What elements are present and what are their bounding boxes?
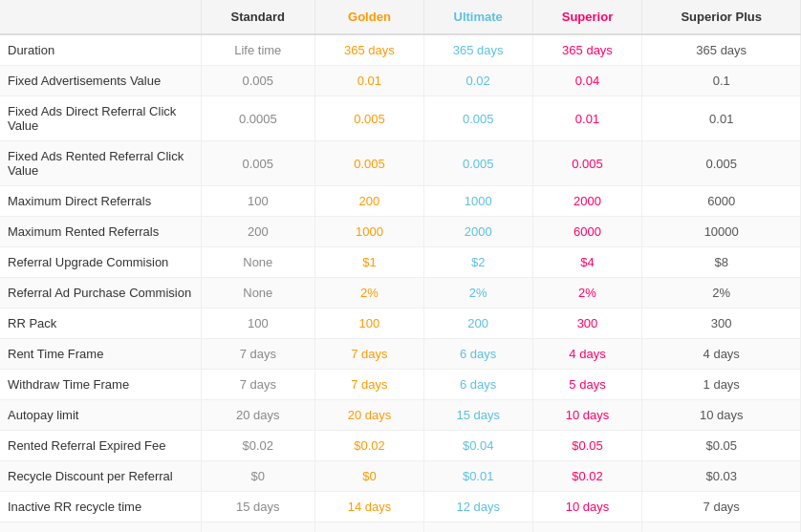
table-row: Maximum Rented Referrals2001000200060001… [0,217,801,247]
cell-ultimate: 8 [423,522,532,533]
feature-label: Guaranteed Fixed Ads Daily [0,522,201,533]
feature-label: Inactive RR recycle time [0,492,201,522]
cell-superior: $4 [532,247,642,278]
cell-ultimate: 0.005 [423,96,532,141]
cell-superior: 10 days [532,400,642,431]
table-row: Referral Ad Purchase CommisionNone2%2%2%… [0,278,801,309]
feature-label: RR Pack [0,309,201,339]
cell-standard: 7 days [201,339,315,370]
cell-golden: 14 days [315,492,424,522]
cell-golden: $0 [315,461,424,492]
cell-standard: $0.02 [201,431,315,461]
cell-standard: 100 [201,186,315,217]
feature-label: Fixed Advertisements Value [0,66,201,96]
cell-superior: 8 [532,522,642,533]
cell-superior: 300 [532,309,642,339]
cell-superiorplus: 300 [642,309,801,339]
feature-label: Autopay limit [0,400,201,431]
cell-superiorplus: $8 [642,247,801,278]
comparison-table: Standard Golden Ultimate Superior Superi… [0,0,801,532]
table-row: Inactive RR recycle time15 days14 days12… [0,492,801,522]
cell-superior: 2000 [532,186,642,217]
table-row: Maximum Direct Referrals1002001000200060… [0,186,801,217]
col-standard: Standard [201,0,315,34]
cell-ultimate: 15 days [423,400,532,431]
table-row: Referral Upgrade CommisionNone$1$2$4$8 [0,247,801,278]
cell-superiorplus: 7 days [642,492,801,522]
table-row: RR Pack100100200300300 [0,309,801,339]
cell-golden: $0.02 [315,431,424,461]
cell-superior: $0.05 [532,431,642,461]
cell-superior: $0.02 [532,461,642,492]
feature-label: Maximum Rented Referrals [0,217,201,247]
cell-standard: $0 [201,461,315,492]
cell-ultimate: 2% [423,278,532,309]
cell-ultimate: 365 days [423,34,532,66]
cell-ultimate: 6 days [423,339,532,370]
cell-golden: 0.005 [315,141,424,186]
cell-golden: 200 [315,186,424,217]
col-superiorplus: Superior Plus [642,0,801,34]
cell-standard: 4 [201,522,315,533]
feature-label: Fixed Ads Rented Referral Click Value [0,141,201,186]
cell-superiorplus: 6000 [642,186,801,217]
col-golden: Golden [315,0,424,34]
cell-superiorplus: 0.01 [642,96,801,141]
cell-superiorplus: 1 days [642,370,801,400]
cell-standard: 20 days [201,400,315,431]
feature-label: Recycle Discount per Referral [0,461,201,492]
feature-label: Rent Time Frame [0,339,201,370]
col-feature [0,0,201,34]
table-row: DurationLife time365 days365 days365 day… [0,34,801,66]
table-row: Recycle Discount per Referral$0$0$0.01$0… [0,461,801,492]
feature-label: Maximum Direct Referrals [0,186,201,217]
cell-golden: 0.01 [315,66,424,96]
cell-standard: 7 days [201,370,315,400]
cell-superior: 4 days [532,339,642,370]
table-row: Rent Time Frame7 days7 days6 days4 days4… [0,339,801,370]
cell-superior: 2% [532,278,642,309]
cell-superiorplus: 10000 [642,217,801,247]
cell-standard: 0.0005 [201,96,315,141]
cell-superiorplus: 0.005 [642,141,801,186]
cell-standard: 15 days [201,492,315,522]
feature-label: Rented Referral Expired Fee [0,431,201,461]
table-row: Fixed Advertisements Value0.0050.010.020… [0,66,801,96]
cell-superiorplus: 365 days [642,34,801,66]
cell-superior: 6000 [532,217,642,247]
cell-golden: 365 days [315,34,424,66]
cell-golden: 2% [315,278,424,309]
cell-golden: 0.005 [315,96,424,141]
cell-standard: 0.005 [201,141,315,186]
feature-label: Referral Ad Purchase Commision [0,278,201,309]
cell-ultimate: 0.02 [423,66,532,96]
cell-golden: 1000 [315,217,424,247]
cell-standard: 200 [201,217,315,247]
cell-golden: 20 days [315,400,424,431]
cell-ultimate: 2000 [423,217,532,247]
feature-label: Fixed Ads Direct Referral Click Value [0,96,201,141]
cell-golden: 4 [315,522,424,533]
feature-label: Referral Upgrade Commision [0,247,201,278]
cell-ultimate: 1000 [423,186,532,217]
cell-superior: 0.01 [532,96,642,141]
cell-ultimate: 6 days [423,370,532,400]
cell-superior: 10 days [532,492,642,522]
cell-superiorplus: 2% [642,278,801,309]
cell-golden: 7 days [315,339,424,370]
cell-standard: None [201,247,315,278]
cell-standard: 100 [201,309,315,339]
cell-superiorplus: 0.1 [642,66,801,96]
cell-superior: 365 days [532,34,642,66]
table-row: Guaranteed Fixed Ads Daily44888 [0,522,801,533]
cell-golden: 7 days [315,370,424,400]
cell-superiorplus: 10 days [642,400,801,431]
col-ultimate: Ultimate [423,0,532,34]
cell-ultimate: 12 days [423,492,532,522]
table-row: Withdraw Time Frame7 days7 days6 days5 d… [0,370,801,400]
cell-ultimate: $0.04 [423,431,532,461]
table-row: Fixed Ads Rented Referral Click Value0.0… [0,141,801,186]
cell-ultimate: $0.01 [423,461,532,492]
table-row: Fixed Ads Direct Referral Click Value0.0… [0,96,801,141]
table-row: Autopay limit20 days20 days15 days10 day… [0,400,801,431]
